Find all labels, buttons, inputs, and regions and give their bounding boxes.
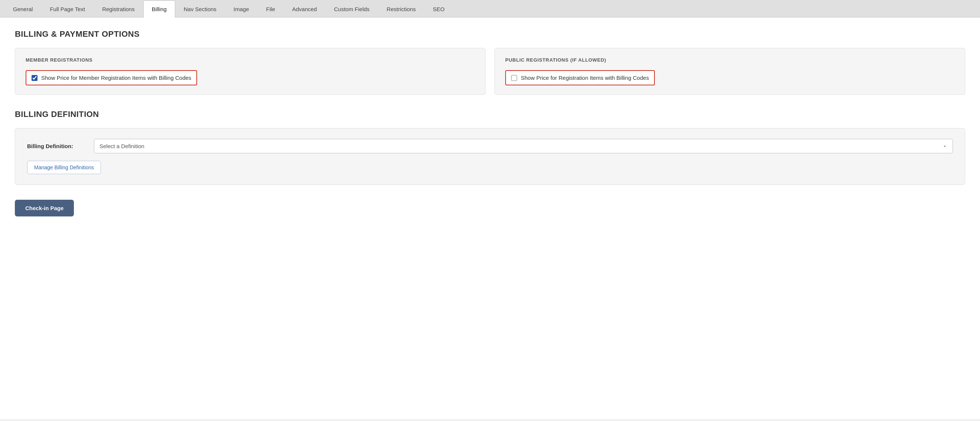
tab-general[interactable]: General [5, 0, 41, 17]
tab-image[interactable]: Image [225, 0, 258, 17]
tab-custom-fields[interactable]: Custom Fields [326, 0, 378, 17]
tab-seo[interactable]: SEO [424, 0, 453, 17]
billing-definition-card: Billing Definition: Select a Definition … [15, 128, 965, 185]
tab-registrations[interactable]: Registrations [94, 0, 143, 17]
main-content: BILLING & PAYMENT OPTIONS MEMBER REGISTR… [0, 17, 980, 419]
billing-definition-select[interactable]: Select a Definition [94, 139, 953, 153]
member-registrations-title: MEMBER REGISTRATIONS [25, 57, 475, 63]
manage-billing-definitions-button[interactable]: Manage Billing Definitions [27, 161, 101, 174]
public-billing-codes-label[interactable]: Show Price for Registration Items with B… [521, 75, 649, 81]
public-registrations-title: PUBLIC REGISTRATIONS (IF ALLOWED) [505, 57, 955, 63]
billing-definition-row: Billing Definition: Select a Definition [27, 139, 953, 153]
billing-definition-label: Billing Definition: [27, 143, 86, 149]
billing-payment-heading: BILLING & PAYMENT OPTIONS [15, 29, 965, 39]
member-registrations-card: MEMBER REGISTRATIONS Show Price for Memb… [15, 48, 485, 95]
tab-file[interactable]: File [258, 0, 283, 17]
member-billing-codes-label[interactable]: Show Price for Member Registration Items… [41, 75, 191, 81]
tab-advanced[interactable]: Advanced [283, 0, 326, 17]
tabs-bar: General Full Page Text Registrations Bil… [0, 0, 980, 17]
tab-restrictions[interactable]: Restrictions [378, 0, 424, 17]
member-billing-codes-checkbox[interactable] [32, 75, 38, 81]
checkin-page-button[interactable]: Check-in Page [15, 200, 74, 216]
tab-full-page-text[interactable]: Full Page Text [41, 0, 94, 17]
page-wrapper: General Full Page Text Registrations Bil… [0, 0, 980, 421]
registrations-cards-row: MEMBER REGISTRATIONS Show Price for Memb… [15, 48, 965, 95]
public-registrations-card: PUBLIC REGISTRATIONS (IF ALLOWED) Show P… [495, 48, 965, 95]
billing-definition-heading: BILLING DEFINITION [15, 110, 965, 119]
tab-billing[interactable]: Billing [143, 0, 175, 17]
member-checkbox-highlight: Show Price for Member Registration Items… [25, 70, 197, 86]
public-billing-codes-checkbox[interactable] [511, 75, 517, 81]
tab-nav-sections[interactable]: Nav Sections [175, 0, 225, 17]
public-checkbox-highlight: Show Price for Registration Items with B… [505, 70, 655, 86]
